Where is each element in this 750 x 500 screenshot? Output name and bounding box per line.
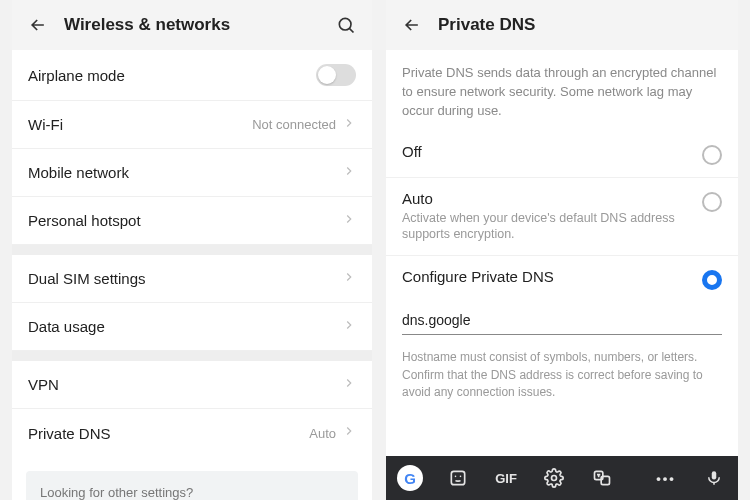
radio-auto[interactable] [702,192,722,212]
vpn-label: VPN [28,376,342,393]
data-usage-row[interactable]: Data usage [12,303,372,351]
mic-icon[interactable] [698,456,730,500]
data-usage-label: Data usage [28,318,342,335]
page-title-left: Wireless & networks [64,15,320,35]
chevron-right-icon [342,212,356,230]
section-divider [12,351,372,361]
google-logo-icon[interactable]: G [394,456,426,500]
svg-point-2 [455,476,457,478]
dns-hostname-field-wrap [386,302,738,341]
svg-point-3 [460,476,462,478]
wireless-networks-panel: Wireless & networks Airplane mode Wi-Fi … [12,0,372,500]
svg-point-4 [552,476,557,481]
dns-option-off[interactable]: Off [386,131,738,178]
dual-sim-label: Dual SIM settings [28,270,342,287]
dns-off-label: Off [402,143,690,160]
dns-configure-label: Configure Private DNS [402,268,690,285]
dns-hostname-hint: Hostname must consist of symbols, number… [386,341,738,417]
wifi-row[interactable]: Wi-Fi Not connected [12,101,372,149]
page-title-right: Private DNS [438,15,724,35]
chevron-right-icon [342,376,356,394]
airplane-mode-row[interactable]: Airplane mode [12,50,372,101]
vpn-row[interactable]: VPN [12,361,372,409]
chevron-right-icon [342,318,356,336]
radio-off[interactable] [702,145,722,165]
svg-rect-1 [451,471,464,484]
more-icon[interactable]: ••• [650,456,682,500]
mobile-network-row[interactable]: Mobile network [12,149,372,197]
private-dns-label: Private DNS [28,425,309,442]
search-icon[interactable] [334,13,358,37]
chevron-right-icon [342,270,356,288]
chevron-right-icon [342,116,356,134]
wifi-value: Not connected [252,117,336,132]
wireless-settings-list: Airplane mode Wi-Fi Not connected Mobile… [12,50,372,500]
airplane-mode-toggle[interactable] [316,64,356,86]
sticker-icon[interactable] [442,456,474,500]
section-divider [12,245,372,255]
chevron-right-icon [342,164,356,182]
back-icon[interactable] [400,13,424,37]
translate-icon[interactable] [586,456,618,500]
private-dns-content: Private DNS sends data through an encryp… [386,50,738,456]
chevron-right-icon [342,424,356,442]
svg-point-0 [339,18,351,30]
private-dns-description: Private DNS sends data through an encryp… [386,50,738,131]
dns-option-configure[interactable]: Configure Private DNS [386,256,738,302]
other-settings-card: Looking for other settings? Call setting… [26,471,358,500]
header-right: Private DNS [386,0,738,50]
settings-icon[interactable] [538,456,570,500]
keyboard-toolbar: G GIF ••• [386,456,738,500]
mobile-network-label: Mobile network [28,164,342,181]
airplane-mode-label: Airplane mode [28,67,316,84]
dns-auto-label: Auto [402,190,690,207]
personal-hotspot-row[interactable]: Personal hotspot [12,197,372,245]
personal-hotspot-label: Personal hotspot [28,212,342,229]
gif-button[interactable]: GIF [490,456,522,500]
header-left: Wireless & networks [12,0,372,50]
private-dns-panel: Private DNS Private DNS sends data throu… [386,0,738,500]
back-icon[interactable] [26,13,50,37]
private-dns-value: Auto [309,426,336,441]
radio-configure[interactable] [702,270,722,290]
dns-hostname-input[interactable] [402,306,722,335]
dns-option-auto[interactable]: Auto Activate when your device's default… [386,178,738,257]
dual-sim-row[interactable]: Dual SIM settings [12,255,372,303]
hint-question: Looking for other settings? [40,485,344,500]
dns-auto-sub: Activate when your device's default DNS … [402,210,690,244]
wifi-label: Wi-Fi [28,116,252,133]
private-dns-row[interactable]: Private DNS Auto [12,409,372,457]
